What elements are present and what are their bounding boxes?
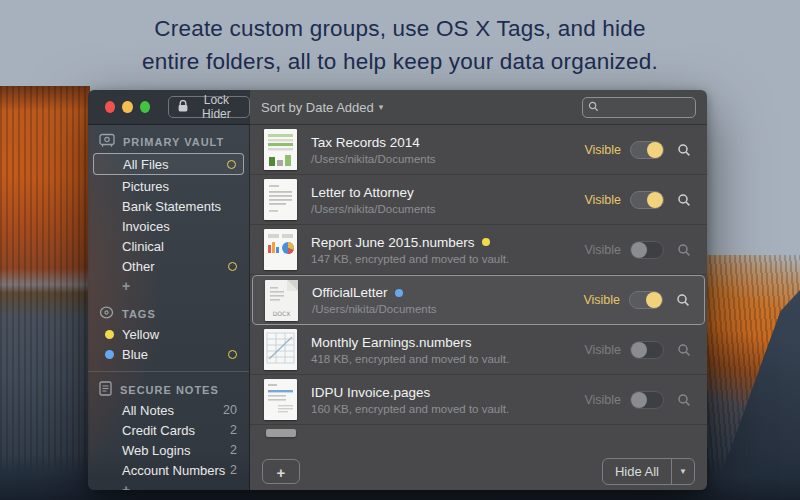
- visibility-toggle[interactable]: [630, 391, 664, 409]
- magnifier-icon: [677, 393, 691, 407]
- file-thumbnail: [264, 229, 297, 270]
- sidebar-item-other[interactable]: Other: [88, 256, 249, 276]
- sidebar-item-tag-yellow[interactable]: Yellow: [88, 324, 249, 344]
- file-title: Letter to Attorney: [311, 185, 414, 200]
- file-meta: IDPU Invoice.pages 160 KB, encrypted and…: [297, 385, 584, 415]
- sidebar-item-invoices[interactable]: Invoices: [88, 216, 249, 236]
- file-meta: Monthly Earnings.numbers 418 KB, encrypt…: [297, 335, 584, 365]
- visibility-ring-icon: [228, 350, 237, 359]
- file-title: OfficialLetter: [312, 285, 388, 300]
- visible-label: Visible: [584, 193, 621, 207]
- file-subtitle: /Users/nikita/Documents: [311, 153, 584, 165]
- file-row-idpu-invoice[interactable]: IDPU Invoice.pages 160 KB, encrypted and…: [250, 375, 707, 425]
- sidebar-item-label: Yellow: [122, 327, 237, 342]
- file-row-letter-attorney[interactable]: Letter to Attorney /Users/nikita/Documen…: [250, 175, 707, 225]
- sidebar-item-tag-blue[interactable]: Blue: [88, 344, 249, 364]
- hide-all-dropdown-button[interactable]: ▼: [671, 459, 694, 484]
- sidebar-item-clinical[interactable]: Clinical: [88, 236, 249, 256]
- yellow-tag-dot-icon: [482, 238, 490, 246]
- file-subtitle: 160 KB, encrypted and moved to vault.: [311, 403, 584, 415]
- note-icon: [99, 381, 112, 398]
- close-window-button[interactable]: [105, 101, 115, 113]
- add-file-button[interactable]: +: [262, 459, 300, 484]
- file-title: Monthly Earnings.numbers: [311, 335, 472, 350]
- quicklook-button[interactable]: [673, 389, 695, 411]
- visibility-toggle[interactable]: [629, 291, 663, 309]
- plus-icon: +: [122, 482, 130, 490]
- file-meta: Report June 2015.numbers 147 KB, encrypt…: [297, 235, 584, 265]
- visibility-toggle[interactable]: [630, 341, 664, 359]
- quicklook-button[interactable]: [673, 339, 695, 361]
- file-thumbnail: [264, 329, 297, 370]
- toggle-knob: [647, 192, 663, 208]
- search-icon: [588, 98, 599, 116]
- tags-header: TAGS: [88, 303, 249, 324]
- add-group-button[interactable]: +: [88, 276, 249, 296]
- file-row-official-letter[interactable]: DOCX OfficialLetter /Users/nikita/Docume…: [252, 275, 705, 325]
- magnifier-icon: [677, 143, 691, 157]
- magnifier-icon: [677, 243, 691, 257]
- quicklook-button[interactable]: [673, 189, 695, 211]
- minimize-window-button[interactable]: [122, 101, 132, 113]
- sidebar-item-all-notes[interactable]: All Notes 20: [88, 400, 249, 420]
- quicklook-button[interactable]: [672, 289, 694, 311]
- svg-text:DOCX: DOCX: [273, 310, 291, 317]
- file-row-tax-records[interactable]: Tax Records 2014 /Users/nikita/Documents…: [250, 125, 707, 175]
- file-meta: Letter to Attorney /Users/nikita/Documen…: [297, 185, 584, 215]
- search-field[interactable]: [582, 97, 696, 118]
- count-badge: 20: [223, 403, 237, 417]
- visibility-toggle[interactable]: [630, 141, 664, 159]
- file-title: IDPU Invoice.pages: [311, 385, 430, 400]
- screenshot-stage: Create custom groups, use OS X Tags, and…: [0, 0, 800, 500]
- file-row-monthly-earnings[interactable]: Monthly Earnings.numbers 418 KB, encrypt…: [250, 325, 707, 375]
- sidebar-item-bank-statements[interactable]: Bank Statements: [88, 196, 249, 216]
- file-meta: OfficialLetter /Users/nikita/Documents: [298, 285, 583, 315]
- sidebar-item-web-logins[interactable]: Web Logins 2: [88, 440, 249, 460]
- search-input[interactable]: [599, 100, 690, 114]
- sort-label: Sort by Date Added: [261, 100, 374, 115]
- sidebar: PRIMARY VAULT All Files Pictures Bank St…: [88, 125, 250, 490]
- quicklook-button[interactable]: [673, 239, 695, 261]
- sidebar-item-all-files[interactable]: All Files: [93, 153, 244, 175]
- visible-label: Visible: [584, 393, 621, 407]
- file-meta: Tax Records 2014 /Users/nikita/Documents: [297, 135, 584, 165]
- window-body: PRIMARY VAULT All Files Pictures Bank St…: [88, 125, 707, 490]
- sidebar-item-label: Bank Statements: [122, 199, 237, 214]
- sidebar-item-label: All Files: [123, 157, 227, 172]
- sidebar-item-pictures[interactable]: Pictures: [88, 176, 249, 196]
- secure-notes-title: SECURE NOTES: [120, 384, 219, 396]
- file-title: Report June 2015.numbers: [311, 235, 475, 250]
- sidebar-item-label: Invoices: [122, 219, 237, 234]
- chevron-down-icon: ▼: [679, 467, 687, 476]
- sidebar-item-label: Credit Cards: [122, 423, 230, 438]
- list-footer: + Hide All ▼: [250, 452, 707, 490]
- visibility-toggle[interactable]: [630, 191, 664, 209]
- sidebar-item-label: Pictures: [122, 179, 237, 194]
- file-thumbnail: [264, 179, 297, 220]
- quicklook-button[interactable]: [673, 139, 695, 161]
- wallpaper-left-cliff: [0, 86, 90, 500]
- plus-icon: +: [122, 278, 130, 294]
- file-row-report-june[interactable]: Report June 2015.numbers 147 KB, encrypt…: [250, 225, 707, 275]
- magnifier-icon: [677, 193, 691, 207]
- hide-all-button[interactable]: Hide All: [603, 459, 671, 484]
- add-note-category-button[interactable]: +: [88, 480, 249, 490]
- sidebar-item-label: Web Logins: [122, 443, 230, 458]
- lock-hider-button[interactable]: Lock Hider: [168, 96, 250, 118]
- count-badge: 2: [230, 423, 237, 437]
- visible-label: Visible: [584, 143, 621, 157]
- sidebar-item-credit-cards[interactable]: Credit Cards 2: [88, 420, 249, 440]
- zoom-window-button[interactable]: [140, 101, 150, 113]
- file-subtitle: /Users/nikita/Documents: [312, 303, 583, 315]
- sort-dropdown[interactable]: Sort by Date Added ▾: [261, 100, 383, 115]
- blue-tag-dot-icon: [105, 350, 114, 359]
- tags-title: TAGS: [122, 308, 156, 320]
- magnifier-icon: [676, 293, 690, 307]
- toggle-knob: [631, 392, 647, 408]
- visibility-toggle[interactable]: [630, 241, 664, 259]
- sidebar-gap: [88, 296, 249, 303]
- sidebar-item-account-numbers[interactable]: Account Numbers 2: [88, 460, 249, 480]
- blue-tag-dot-icon: [395, 289, 403, 297]
- file-list: Tax Records 2014 /Users/nikita/Documents…: [250, 125, 707, 452]
- toggle-knob: [631, 342, 647, 358]
